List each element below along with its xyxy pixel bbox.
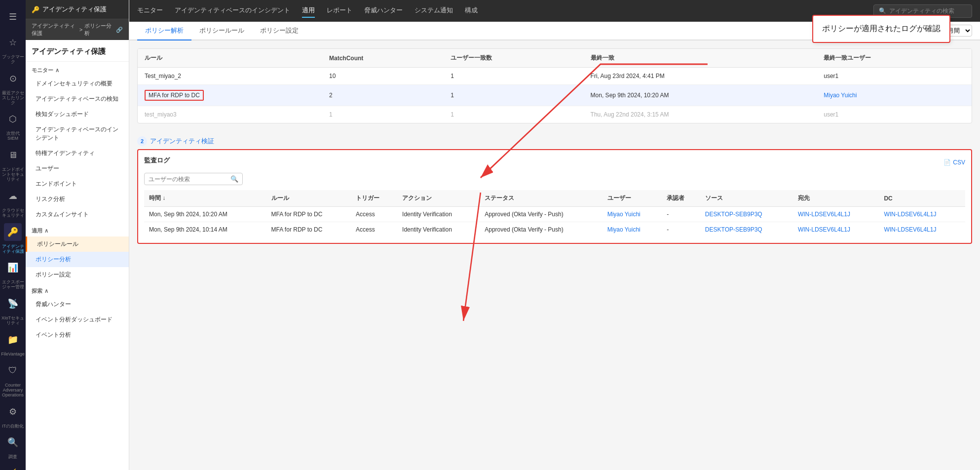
recent-icon[interactable]: ⊙ [4,70,22,87]
nav-config[interactable]: 構成 [465,4,478,18]
link-threat-hunter[interactable]: 脅威ハンター [26,297,129,312]
audit-source-2[interactable]: DESKTOP-SEB9P3Q [700,222,793,237]
audit-search-box[interactable]: 🔍 [144,173,243,185]
nav-identity-incidents[interactable]: アイデンティティベースのインシデント [175,4,290,18]
audit-user-1[interactable]: Miyao Yuichi [603,207,662,222]
endpoint-icon[interactable]: 🖥 [4,146,22,164]
audit-dc-link-1[interactable]: WIN-LDSEV6L4L1J [884,211,936,218]
link-endpoint[interactable]: エンドポイント [26,176,129,192]
siem-icon[interactable]: ⬡ [4,110,22,128]
sidebar-item-endpoint[interactable]: 🖥 エンドポイントセキュリティ [1,143,25,182]
user-link-miyao[interactable]: Miyao Yuichi [824,92,857,99]
sidebar-item-counter-adversary[interactable]: 🛡 Counter Adversary Operations [1,359,25,398]
sidebar-item-xiot[interactable]: 📡 XIoTセキュリティ [1,292,25,326]
audit-user-2[interactable]: Miyao Yuichi [603,222,662,237]
audit-log-title: 監査ログ [144,156,170,165]
link-risk-analysis[interactable]: リスク分析 [26,192,129,207]
audit-dest-link-1[interactable]: WIN-LDSEV6L4L1J [798,211,850,218]
tab-policy-settings[interactable]: ポリシー設定 [252,22,306,40]
link-users[interactable]: ユーザー [26,161,129,176]
search-placeholder-text: アイデンティティの検索 [889,7,954,15]
hamburger-icon[interactable]: ☰ [4,8,22,26]
col-action: アクション [397,190,480,207]
link-policy-analysis[interactable]: ポリシー分析 [26,252,129,267]
sidebar-item-hamburger[interactable]: ☰ [4,5,22,29]
exposure-icon[interactable]: 📊 [4,259,22,276]
cell-lastmatch: Fri, Aug 23rd 2024, 4:41 PM [584,68,817,85]
tab-policy-analysis[interactable]: ポリシー解析 [137,22,191,40]
audit-log-panel: 監査ログ 📄 CSV 🔍 時間 ↓ [137,149,972,244]
audit-time-1: Mon, Sep 9th 2024, 10:20 AM [144,207,266,222]
cell-rule-mfa: MFA for RDP to DC [138,85,322,106]
bookmark-icon[interactable]: ☆ [4,34,22,51]
csv-download-button[interactable]: 📄 CSV [943,159,965,166]
link-event-analysis-dashboard[interactable]: イベント分析ダッシュボード [26,312,129,327]
nav-report[interactable]: レポート [327,4,352,18]
sidebar-item-bookmark[interactable]: ☆ ブックマーク [1,31,25,65]
sort-icon[interactable]: ↓ [162,195,165,201]
policy-table: ルール MatchCount ユーザー一致数 最終一致 最終一致ユーザー Tes… [137,48,972,123]
search-icon: 🔍 [879,7,886,14]
identity-verification-label[interactable]: アイデンティティ検証 [150,137,214,146]
link-event-analysis[interactable]: イベント分析 [26,327,129,343]
col-source: ソース [700,190,793,207]
audit-dest-link-2[interactable]: WIN-LDSEV6L4L1J [798,226,850,233]
audit-user-link-1[interactable]: Miyao Yuichi [607,211,641,218]
audit-source-link-2[interactable]: DESKTOP-SEB9P3Q [705,226,762,233]
link-identity-detection[interactable]: アイデンティティベースの検知 [26,91,129,107]
sidebar-item-it-automation[interactable]: ⚙ ITの自動化 [1,400,25,429]
fusion-soar-icon[interactable]: ⚡ [4,465,22,470]
cell-usermatch: 1 [444,68,583,85]
xiot-icon[interactable]: 📡 [4,295,22,313]
link-detection-dashboard[interactable]: 検知ダッシュボード [26,107,129,122]
filevantage-icon[interactable]: 📁 [4,331,22,349]
cloud-icon[interactable]: ☁ [4,187,22,205]
audit-user-link-2[interactable]: Miyao Yuichi [607,226,641,233]
investigation-icon[interactable]: 🔍 [4,433,22,451]
table-row-dimmed: test_miyao3 1 1 Thu, Aug 22nd 2024, 3:15… [138,106,972,123]
table-row-highlighted[interactable]: MFA for RDP to DC 2 1 Mon, Sep 9th 2024,… [138,85,972,106]
tab-policy-rules[interactable]: ポリシールール [191,22,252,40]
audit-dc-link-2[interactable]: WIN-LDSEV6L4L1J [884,226,936,233]
sidebar-item-cloud[interactable]: ☁ クラウドセキュリティ [1,184,25,218]
relative-container: モニター アイデンティティベースのインシデント 適用 レポート 脅威ハンター シ… [129,0,980,470]
sidebar-item-investigation[interactable]: 🔍 調査 [1,431,25,460]
identity-icon[interactable]: 🔑 [4,223,22,241]
audit-status-1: Approved (Okta Verify - Push) [480,207,602,222]
nav-threat-hunter[interactable]: 脅威ハンター [364,4,403,18]
nav-monitor[interactable]: モニター [137,4,163,18]
cell-matchcount-mfa: 2 [322,85,444,106]
link-identity-incidents[interactable]: アイデンティティベースのインシデント [26,122,129,146]
col-dest: 宛先 [793,190,879,207]
audit-dc-1[interactable]: WIN-LDSEV6L4L1J [879,207,965,222]
cell-lastuser-mfa[interactable]: Miyao Yuichi [817,85,972,106]
link-policy-settings[interactable]: ポリシー設定 [26,267,129,282]
breadcrumb-current: ポリシー分析 [84,22,112,37]
cell-lastmatch-mfa: Mon, Sep 9th 2024, 10:20 AM [584,85,817,106]
second-sidebar-header: 🔑 アイデンティティ保護 [26,0,129,19]
audit-source-link-1[interactable]: DESKTOP-SEB9P3Q [705,211,762,218]
audit-dest-2[interactable]: WIN-LDSEV6L4L1J [793,222,879,237]
audit-approver-1: - [662,207,700,222]
link-privileged-identity[interactable]: 特権アイデンティティ [26,146,129,161]
it-automation-icon[interactable]: ⚙ [4,403,22,421]
link-custom-insights[interactable]: カスタムインサイト [26,207,129,222]
nav-apply[interactable]: 適用 [302,4,315,18]
nav-system-notify[interactable]: システム通知 [415,4,453,18]
sidebar-item-exposure[interactable]: 📊 エクスポージャー管理 [1,256,25,290]
sidebar-item-filevantage[interactable]: 📁 FileVantage [1,328,25,357]
sidebar-item-siem[interactable]: ⬡ 次世代SIEM [1,107,25,141]
audit-source-1[interactable]: DESKTOP-SEB9P3Q [700,207,793,222]
link-policy-rules[interactable]: ポリシールール [26,236,129,252]
audit-dc-2[interactable]: WIN-LDSEV6L4L1J [879,222,965,237]
sidebar-item-recent[interactable]: ⊙ 最近アクセスしたリンク [1,67,25,106]
col-rule: ルール [266,190,351,207]
counter-adversary-icon[interactable]: 🛡 [4,362,22,380]
audit-action-2: Identity Verification [397,222,480,237]
sidebar-item-fusion-soar[interactable]: ⚡ Fusion SOAR [1,462,25,470]
sidebar-item-identity[interactable]: 🔑 アイデンティティ保護 [1,220,25,254]
breadcrumb-icon: 🔗 [116,27,123,33]
audit-dest-1[interactable]: WIN-LDSEV6L4L1J [793,207,879,222]
link-domain-security[interactable]: ドメインセキュリティの概要 [26,76,129,91]
audit-search-input[interactable] [149,176,230,183]
